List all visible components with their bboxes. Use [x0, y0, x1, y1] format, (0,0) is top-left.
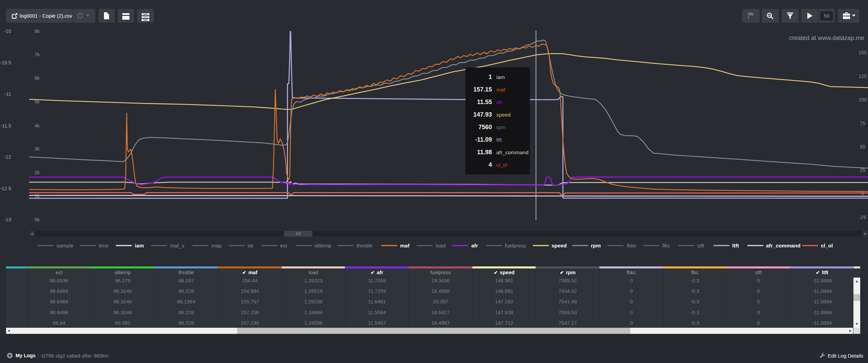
- svg-text:4k: 4k: [35, 123, 40, 128]
- svg-text:100: 100: [859, 97, 867, 102]
- svg-text:-10.5: -10.5: [0, 60, 11, 65]
- svg-text:50: 50: [860, 144, 865, 149]
- svg-text:2k: 2k: [35, 170, 40, 175]
- svg-text:75: 75: [860, 121, 865, 126]
- svg-text:-12: -12: [4, 154, 11, 160]
- svg-text:8k: 8k: [35, 28, 40, 34]
- svg-text:7k: 7k: [35, 52, 40, 57]
- svg-text:-25: -25: [859, 215, 866, 220]
- svg-text:-10: -10: [4, 28, 11, 34]
- svg-text:3k: 3k: [35, 146, 40, 152]
- svg-text:-11.5: -11.5: [0, 123, 11, 128]
- svg-text:0k: 0k: [35, 217, 40, 222]
- svg-text:-11: -11: [4, 92, 11, 97]
- svg-text:-13: -13: [4, 217, 11, 222]
- svg-text:6k: 6k: [35, 75, 40, 81]
- svg-text:125: 125: [859, 74, 867, 79]
- svg-text:150: 150: [859, 50, 867, 55]
- svg-text:-12.5: -12.5: [0, 186, 11, 191]
